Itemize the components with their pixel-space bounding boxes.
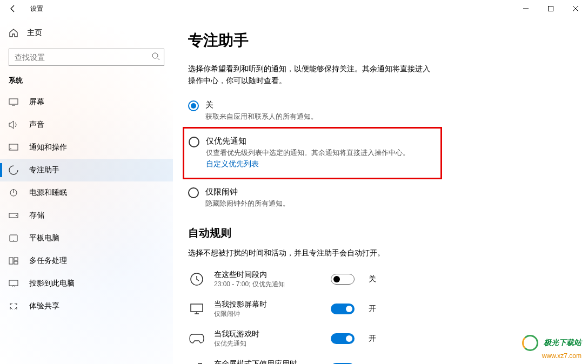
svg-rect-4 — [9, 99, 18, 104]
display-icon — [9, 97, 18, 107]
sidebar-item-label: 专注助手 — [29, 165, 59, 175]
monitor-icon — [188, 300, 205, 318]
sidebar-item-storage[interactable]: 存储 — [0, 204, 173, 227]
sidebar-item-multitasking[interactable]: 多任务处理 — [0, 250, 173, 272]
page-description: 选择你希望看到和听到的通知，以便能够保持关注。其余通知将直接进入操作中心，你可以… — [188, 63, 437, 87]
svg-point-2 — [152, 53, 158, 58]
rule-sub: 仅优先通知 — [214, 339, 322, 348]
rule-sub: 23:00 - 7:00; 仅优先通知 — [214, 280, 322, 289]
sidebar-item-label: 体验共享 — [29, 301, 59, 311]
rule-title: 在这些时间段内 — [214, 270, 322, 280]
fullscreen-icon — [188, 360, 205, 364]
rule-toggle[interactable] — [331, 333, 355, 344]
radio-icon — [189, 137, 199, 147]
rules-description: 选择不想被打扰的时间和活动，并且专注助手会自动打开。 — [188, 247, 437, 259]
sidebar-item-projecting[interactable]: 投影到此电脑 — [0, 272, 173, 295]
radio-sublabel: 获取来自应用和联系人的所有通知。 — [205, 111, 566, 122]
rule-title: 在全屏模式下使用应用时 — [214, 359, 322, 364]
svg-rect-14 — [14, 258, 18, 260]
sidebar-item-focus-assist[interactable]: 专注助手 — [0, 159, 173, 181]
maximize-button[interactable] — [538, 0, 563, 17]
rule-time[interactable]: 在这些时间段内 23:00 - 7:00; 仅优先通知 关 — [188, 265, 566, 294]
svg-line-3 — [157, 58, 159, 60]
toggle-state: 开 — [369, 304, 376, 314]
back-button[interactable] — [0, 0, 26, 17]
search-icon — [151, 52, 160, 63]
sound-icon — [9, 120, 18, 130]
svg-rect-1 — [549, 6, 553, 11]
search-input[interactable] — [9, 49, 164, 66]
sidebar-item-label: 通知和操作 — [29, 143, 67, 152]
rule-toggle[interactable] — [331, 304, 355, 314]
rule-fullscreen[interactable]: 在全屏模式下使用应用时 仅限闹钟 开 — [188, 354, 566, 364]
window-controls — [513, 0, 588, 17]
toggle-state: 开 — [369, 334, 376, 343]
radio-alarms[interactable]: 仅限闹钟 隐藏除闹钟外的所有通知。 — [188, 184, 566, 212]
clock-icon — [188, 271, 205, 288]
title-bar: 设置 — [0, 0, 588, 17]
sidebar: 主页 系统 屏幕 声音 通知和操作 专注助手 电源和睡眠 存储 — [0, 17, 173, 364]
rules-heading: 自动规则 — [188, 226, 566, 240]
toggle-state: 关 — [369, 274, 376, 284]
radio-label: 关 — [205, 100, 566, 110]
sidebar-item-notifications[interactable]: 通知和操作 — [0, 136, 173, 159]
rule-projecting[interactable]: 当我投影屏幕时 仅限闹钟 开 — [188, 294, 566, 324]
svg-point-10 — [16, 215, 17, 216]
arrow-left-icon — [9, 4, 17, 13]
radio-off[interactable]: 关 获取来自应用和联系人的所有通知。 — [188, 97, 566, 125]
radio-label: 仅限闹钟 — [205, 187, 566, 197]
close-button[interactable] — [563, 0, 588, 17]
projecting-icon — [9, 279, 18, 288]
radio-sublabel: 隐藏除闹钟外的所有通知。 — [205, 198, 566, 209]
minimize-button[interactable] — [513, 0, 538, 17]
rule-toggle[interactable] — [331, 274, 355, 285]
sidebar-item-label: 屏幕 — [29, 97, 44, 107]
sidebar-item-label: 多任务处理 — [29, 256, 67, 266]
tablet-icon — [9, 233, 18, 243]
page-title: 专注助手 — [188, 30, 566, 51]
sidebar-item-shared[interactable]: 体验共享 — [0, 295, 173, 318]
rule-gaming[interactable]: 当我玩游戏时 仅优先通知 开 — [188, 324, 566, 354]
home-label: 主页 — [27, 28, 42, 38]
radio-label: 仅优先通知 — [206, 136, 436, 146]
sidebar-item-label: 投影到此电脑 — [29, 279, 75, 288]
sidebar-item-sound[interactable]: 声音 — [0, 113, 173, 136]
gamepad-icon — [188, 330, 205, 347]
svg-rect-16 — [9, 280, 18, 286]
window-title: 设置 — [30, 4, 43, 14]
svg-rect-6 — [9, 144, 18, 150]
multitasking-icon — [9, 256, 18, 266]
radio-icon — [188, 187, 199, 198]
sidebar-item-label: 存储 — [29, 211, 44, 220]
svg-rect-15 — [14, 261, 18, 264]
svg-rect-18 — [191, 304, 203, 312]
customize-priority-link[interactable]: 自定义优先列表 — [206, 159, 259, 169]
sidebar-item-label: 平板电脑 — [29, 233, 59, 243]
power-icon — [9, 188, 18, 198]
svg-point-12 — [13, 240, 14, 241]
sidebar-item-power[interactable]: 电源和睡眠 — [0, 181, 173, 204]
radio-sublabel: 仅查看优先级列表中选定的通知。其余通知将直接进入操作中心。 — [206, 147, 436, 158]
minimize-icon — [523, 5, 529, 12]
close-icon — [572, 5, 579, 12]
sidebar-item-display[interactable]: 屏幕 — [0, 91, 173, 113]
notifications-icon — [9, 143, 18, 152]
svg-rect-13 — [9, 258, 13, 264]
rule-title: 当我投影屏幕时 — [214, 300, 322, 309]
shared-icon — [9, 301, 18, 311]
sidebar-item-tablet[interactable]: 平板电脑 — [0, 227, 173, 250]
radio-priority[interactable]: 仅优先通知 仅查看优先级列表中选定的通知。其余通知将直接进入操作中心。 自定义优… — [189, 133, 436, 172]
focus-assist-icon — [9, 165, 18, 175]
section-label: 系统 — [0, 76, 173, 91]
main-content: 专注助手 选择你希望看到和听到的通知，以便能够保持关注。其余通知将直接进入操作中… — [173, 17, 588, 364]
maximize-icon — [547, 5, 554, 12]
radio-icon — [188, 100, 199, 111]
highlight-annotation: 仅优先通知 仅查看优先级列表中选定的通知。其余通知将直接进入操作中心。 自定义优… — [183, 127, 442, 179]
rule-sub: 仅限闹钟 — [214, 309, 322, 319]
home-icon — [9, 28, 18, 38]
sidebar-item-label: 声音 — [29, 120, 44, 130]
rule-title: 当我玩游戏时 — [214, 329, 322, 339]
sidebar-item-label: 电源和睡眠 — [29, 188, 67, 198]
home-link[interactable]: 主页 — [0, 24, 173, 42]
search-box[interactable] — [9, 49, 164, 66]
